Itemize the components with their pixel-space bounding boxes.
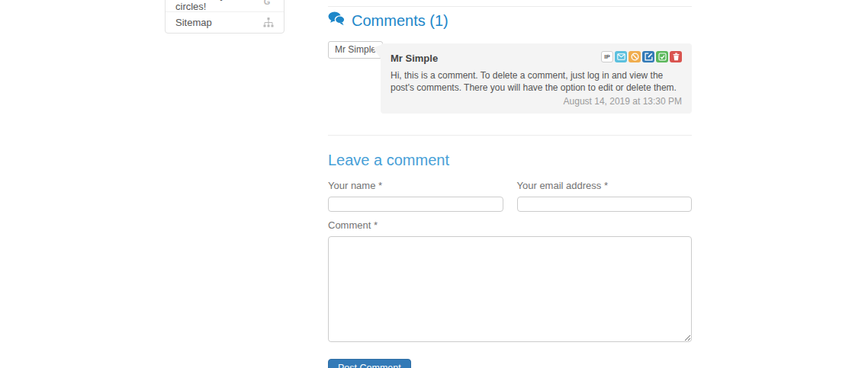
comment-field[interactable] (328, 236, 692, 342)
leave-comment-form: Your name * Your email address * Comment… (328, 180, 692, 368)
comment-item: Mr Simple Mr Simple IP (328, 43, 692, 114)
trash-icon (672, 53, 680, 61)
section-divider (328, 135, 692, 136)
top-divider (328, 6, 692, 7)
comment-avatar-label: Mr Simple (335, 44, 376, 55)
ip-label: IP (604, 53, 610, 60)
sidebar-item-circles[interactable]: Add us to your circles! G+ (166, 0, 284, 11)
email-field[interactable] (517, 197, 693, 212)
ip-button[interactable]: IP (601, 51, 613, 62)
sidebar-item-sitemap[interactable]: Sitemap (166, 11, 284, 33)
comments-heading: Comments (1) (328, 11, 692, 30)
edit-icon (645, 53, 653, 61)
sidebar-item-label: Add us to your circles! (175, 0, 264, 12)
approve-button[interactable] (656, 51, 668, 62)
comments-heading-label: Comments (1) (352, 11, 448, 30)
name-label: Your name * (328, 180, 503, 191)
comment-body: Hi, this is a comment. To delete a comme… (391, 69, 682, 94)
check-icon (658, 53, 667, 61)
google-plus-icon: G+ (264, 0, 274, 6)
comments-icon (328, 11, 346, 30)
comment-card: Mr Simple IP (381, 43, 692, 114)
sidebar-item-label: Sitemap (175, 17, 212, 28)
block-button[interactable] (628, 51, 641, 62)
comments-section: Comments (1) Mr Simple Mr Simple IP (328, 0, 692, 368)
name-field[interactable] (328, 197, 503, 212)
comment-timestamp: August 14, 2019 at 13:30 PM (391, 96, 682, 107)
edit-button[interactable] (642, 51, 654, 62)
leave-comment-heading: Leave a comment (328, 151, 692, 170)
page: Add us to your circles! G+ Sitemap (0, 0, 868, 368)
sitemap-icon (263, 18, 274, 27)
comment-label: Comment * (328, 219, 692, 231)
email-label: Your email address * (517, 180, 693, 191)
delete-button[interactable] (670, 51, 682, 62)
post-comment-button[interactable]: Post Comment (328, 359, 411, 368)
envelope-icon (617, 53, 625, 60)
comment-author: Mr Simple (391, 51, 438, 64)
email-button[interactable] (615, 51, 627, 62)
ban-icon (631, 53, 639, 61)
sidebar: Add us to your circles! G+ Sitemap (165, 0, 285, 34)
comment-actions: IP (601, 51, 682, 62)
